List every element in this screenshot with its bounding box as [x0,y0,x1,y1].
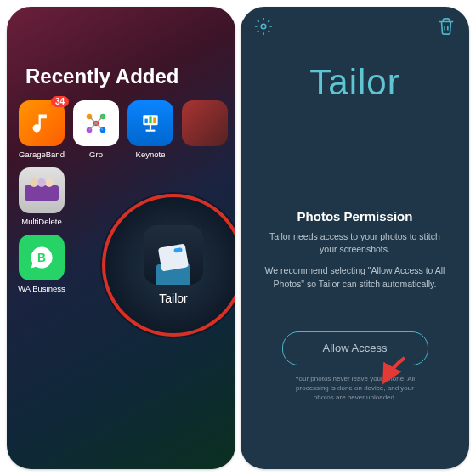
keynote-icon [128,100,173,146]
svg-rect-9 [149,116,151,123]
app-label: MultiDelete [21,217,62,226]
home-screen: Recently Added 34 GarageBand Gro Keynot [7,7,235,469]
permission-footer: Your photos never leave your phone. All … [264,366,445,403]
section-heading: Recently Added [26,65,235,88]
svg-rect-10 [153,118,156,124]
app-tailor[interactable]: Tailor [144,225,203,305]
app-garageband[interactable]: 34 GarageBand [19,100,65,159]
graph-icon [73,100,119,146]
highlight-circle: Tailor [102,194,235,337]
arrow-annotation [376,354,410,388]
garageband-icon: 34 [19,100,65,146]
app-keynote[interactable]: Keynote [128,100,173,159]
app-wa-business[interactable]: B WA Business [19,235,65,293]
app-unknown[interactable] [182,100,228,159]
permission-panel: Photos Permission Tailor needs access to… [241,209,469,402]
tailor-icon [144,225,203,285]
app-label: WA Business [18,284,65,293]
app-graph[interactable]: Gro [73,100,119,159]
svg-rect-7 [146,130,156,132]
settings-icon[interactable] [254,17,273,36]
multidelete-icon [19,167,65,213]
permission-text-2: We recommend selecting "Allow Access to … [264,264,445,290]
app-label: Tailor [159,292,187,305]
app-multidelete[interactable]: MultiDelete [19,167,65,226]
app-label: Keynote [136,150,166,159]
svg-point-12 [261,24,266,29]
svg-text:B: B [37,252,46,264]
notification-badge: 34 [51,96,69,107]
svg-rect-8 [145,119,148,123]
app-label: GarageBand [19,150,65,159]
whatsapp-business-icon: B [19,235,65,280]
permission-text-1: Tailor needs access to your photos to st… [264,230,445,256]
app-label: Gro [89,150,103,159]
app-icon [182,100,228,146]
tailor-permission-screen: Tailor Photos Permission Tailor needs ac… [241,7,469,469]
trash-icon[interactable] [437,17,456,36]
svg-rect-6 [150,125,151,129]
brand-title: Tailor [241,62,469,103]
permission-title: Photos Permission [264,209,445,224]
